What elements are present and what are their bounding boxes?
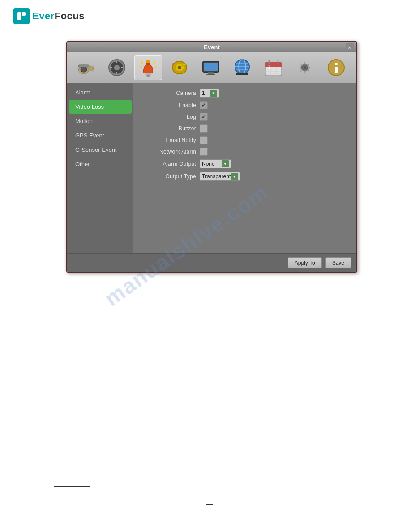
- toolbar-camera-icon[interactable]: [72, 55, 99, 80]
- icon-toolbar: 7: [67, 52, 356, 83]
- dialog-title: Event: [204, 44, 219, 51]
- output-type-value: Transparent: [202, 173, 231, 180]
- log-label: Log: [142, 114, 196, 120]
- email-notify-row: Email Notify: [142, 136, 347, 144]
- dialog-window: Event: [66, 41, 357, 273]
- network-alarm-row: Network Alarm: [142, 148, 347, 156]
- svg-rect-30: [204, 63, 218, 71]
- output-type-control: Transparent: [200, 172, 240, 181]
- camera-label: Camera: [142, 90, 196, 96]
- toolbar-network-icon[interactable]: [228, 55, 256, 80]
- toolbar-video-icon[interactable]: [103, 55, 131, 80]
- output-type-select[interactable]: Transparent: [200, 172, 240, 181]
- buzzer-checkbox[interactable]: [200, 124, 208, 133]
- svg-line-21: [153, 61, 155, 64]
- svg-rect-0: [17, 12, 21, 20]
- svg-point-51: [304, 66, 306, 69]
- svg-rect-38: [236, 73, 248, 75]
- toolbar-hdd-icon[interactable]: [166, 55, 193, 80]
- svg-point-28: [172, 63, 174, 65]
- svg-line-22: [139, 67, 142, 68]
- sidebar: Alarm Video Loss Motion GPS Event G-Sens…: [67, 83, 133, 253]
- logo-icon: [13, 8, 30, 24]
- logo-focus: Focus: [55, 10, 85, 21]
- logo-ever: Ever: [32, 10, 55, 21]
- logo-area: EverFocus: [0, 0, 411, 32]
- logo-text: EverFocus: [32, 10, 85, 22]
- toolbar-info-icon[interactable]: [322, 55, 350, 80]
- svg-text:7: 7: [268, 64, 271, 69]
- save-button[interactable]: Save: [325, 257, 351, 268]
- svg-point-26: [178, 66, 181, 69]
- camera-control: 1: [200, 89, 219, 98]
- svg-point-17: [146, 60, 150, 63]
- close-button[interactable]: [346, 43, 354, 51]
- log-checkbox[interactable]: [200, 113, 208, 121]
- alarm-output-label: Alarm Output: [142, 161, 196, 167]
- email-notify-label: Email Notify: [142, 137, 196, 143]
- sidebar-item-g-sensor-event[interactable]: G-Sensor Event: [69, 143, 132, 157]
- svg-rect-54: [335, 67, 338, 73]
- page-dash: [206, 504, 213, 505]
- enable-checkbox[interactable]: [200, 101, 208, 109]
- log-control: [200, 113, 208, 121]
- title-bar: Event: [67, 42, 356, 52]
- svg-point-3: [81, 67, 87, 72]
- enable-label: Enable: [142, 102, 196, 108]
- svg-rect-1: [22, 12, 26, 16]
- svg-rect-32: [206, 74, 215, 75]
- output-type-arrow: [231, 173, 238, 180]
- alarm-output-control: None: [200, 159, 231, 168]
- buzzer-label: Buzzer: [142, 125, 196, 132]
- page-underline: [54, 486, 90, 487]
- network-alarm-label: Network Alarm: [142, 149, 196, 155]
- email-notify-control: [200, 136, 208, 144]
- alarm-output-arrow: [222, 160, 229, 167]
- sidebar-item-motion[interactable]: Motion: [69, 114, 132, 128]
- output-type-row: Output Type Transparent: [142, 172, 347, 181]
- svg-point-10: [114, 65, 120, 70]
- network-alarm-checkbox[interactable]: [200, 148, 208, 156]
- toolbar-display-icon[interactable]: [197, 55, 225, 80]
- enable-row: Enable: [142, 101, 347, 109]
- svg-point-19: [146, 75, 150, 77]
- network-alarm-control: [200, 148, 208, 156]
- apply-to-button[interactable]: Apply To: [288, 257, 322, 268]
- alarm-output-select[interactable]: None: [200, 159, 231, 168]
- sidebar-item-alarm[interactable]: Alarm: [69, 86, 132, 99]
- svg-point-53: [335, 63, 338, 65]
- camera-arrow: [210, 90, 217, 97]
- toolbar-schedule-icon[interactable]: 7: [260, 55, 287, 80]
- main-panel: Camera 1 Enable Log: [133, 83, 356, 253]
- svg-rect-18: [146, 73, 151, 75]
- bottom-bar: Apply To Save: [67, 253, 356, 272]
- camera-value: 1: [202, 90, 205, 96]
- svg-rect-27: [182, 64, 186, 66]
- svg-line-20: [141, 61, 143, 64]
- buzzer-control: [200, 124, 208, 133]
- output-type-label: Output Type: [142, 173, 196, 180]
- email-notify-checkbox[interactable]: [200, 136, 208, 144]
- alarm-output-row: Alarm Output None: [142, 159, 347, 168]
- sidebar-item-other[interactable]: Other: [69, 157, 132, 171]
- svg-rect-4: [78, 65, 89, 67]
- camera-row: Camera 1: [142, 89, 347, 98]
- svg-rect-31: [208, 72, 214, 74]
- buzzer-row: Buzzer: [142, 124, 347, 133]
- camera-select[interactable]: 1: [200, 89, 219, 98]
- sidebar-item-video-loss[interactable]: Video Loss: [69, 100, 132, 114]
- toolbar-settings-icon[interactable]: [291, 55, 319, 80]
- alarm-output-value: None: [202, 161, 215, 167]
- toolbar-alarm-icon[interactable]: [134, 55, 162, 80]
- log-row: Log: [142, 113, 347, 121]
- enable-control: [200, 101, 208, 109]
- svg-line-23: [154, 67, 157, 68]
- sidebar-item-gps-event[interactable]: GPS Event: [69, 129, 132, 142]
- content-area: Alarm Video Loss Motion GPS Event G-Sens…: [67, 83, 356, 253]
